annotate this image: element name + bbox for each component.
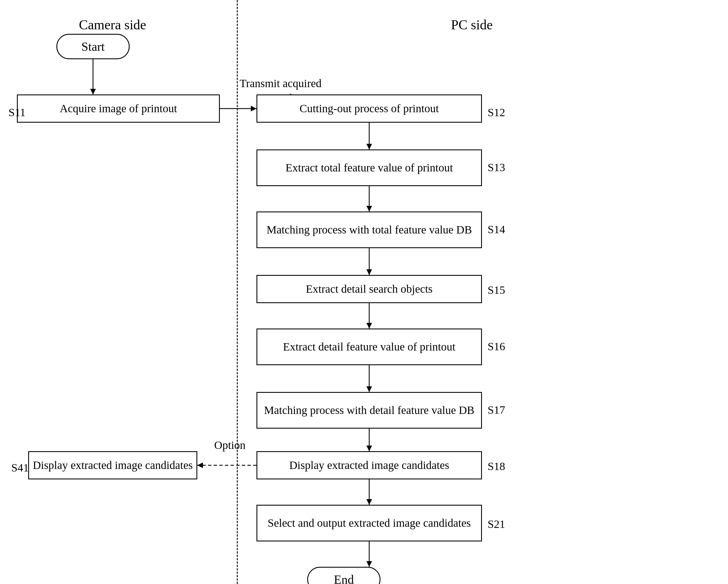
step-label-s13: S13 <box>488 161 505 174</box>
camera-side-label: Camera side <box>79 17 146 32</box>
step-s17-box: Matching process with detail feature val… <box>257 392 482 429</box>
svg-marker-1 <box>90 89 96 95</box>
step-s16-box: Extract detail feature value of printout <box>257 329 482 365</box>
step-label-s41: S41 <box>11 461 29 474</box>
step-label-s15: S15 <box>488 283 505 297</box>
step-label-s17: S17 <box>488 403 505 416</box>
svg-marker-17 <box>366 499 372 505</box>
step-label-s11: S11 <box>8 106 26 119</box>
step-s12-box: Cutting-out process of printout <box>257 95 482 123</box>
vertical-divider <box>237 0 238 584</box>
end-node: End <box>307 567 381 584</box>
step-s18-box: Display extracted image candidates <box>257 451 482 479</box>
start-node: Start <box>56 34 130 59</box>
svg-marker-21 <box>197 462 203 468</box>
flowchart: Camera side PC side Start Transmit acqui… <box>0 0 728 584</box>
step-s11-box: Acquire image of printout <box>17 95 220 123</box>
step-s14-box: Matching process with total feature valu… <box>257 211 482 248</box>
step-label-s16: S16 <box>488 340 505 353</box>
svg-marker-11 <box>366 323 372 329</box>
svg-marker-9 <box>366 269 372 275</box>
pc-side-label: PC side <box>451 17 493 32</box>
step-label-s12: S12 <box>488 106 505 119</box>
option-label: Option <box>214 438 245 452</box>
step-label-s21: S21 <box>488 517 505 531</box>
svg-marker-15 <box>366 446 372 451</box>
svg-marker-3 <box>251 106 257 111</box>
step-s41-box: Display extracted image candidates <box>28 451 197 479</box>
step-s13-box: Extract total feature value of printout <box>257 149 482 186</box>
svg-marker-5 <box>366 144 372 149</box>
step-label-s14: S14 <box>488 223 505 236</box>
step-s15-box: Extract detail search objects <box>257 275 482 303</box>
svg-marker-7 <box>366 206 372 211</box>
step-label-s18: S18 <box>488 460 505 473</box>
svg-marker-13 <box>366 386 372 392</box>
step-s21-box: Select and output extracted image candid… <box>257 505 482 541</box>
svg-marker-19 <box>366 561 372 567</box>
